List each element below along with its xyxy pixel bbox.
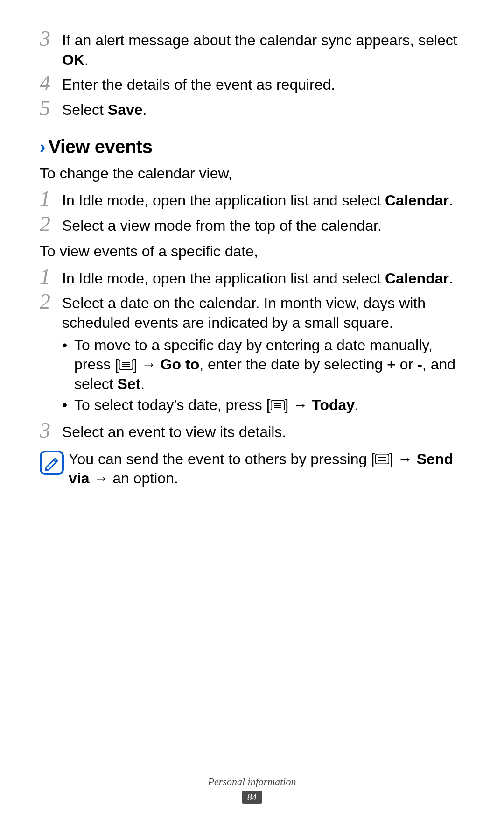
step-body: Select an event to view its details. [62,420,464,442]
footer-section: Personal information [0,776,504,788]
step-number: 1 [40,188,62,210]
intro-paragraph: To change the calendar view, [40,164,464,184]
text: . [143,101,147,118]
step-body: If an alert message about the calendar s… [62,28,464,70]
step-number: 2 [40,291,62,312]
text: You can send the event to others by pres… [69,451,375,467]
menu-icon [119,360,133,370]
step-5: 5 Select Save. [40,98,464,120]
text: . [355,396,359,413]
step-body: In Idle mode, open the application list … [62,188,464,211]
page-number-badge: 84 [242,791,262,804]
bold: Set [117,375,140,392]
text: If an alert message about the calendar s… [62,32,457,49]
note-body: You can send the event to others by pres… [66,450,464,488]
intro-paragraph-2: To view events of a specific date, [40,242,464,262]
note: You can send the event to others by pres… [40,450,464,488]
text: Select [62,101,108,118]
b-step-3: 3 Select an event to view its details. [40,420,464,442]
bullet-body: To move to a specific day by entering a … [74,336,464,394]
bold: Calendar [385,192,449,209]
bold: - [417,356,422,373]
step-number: 5 [40,98,62,119]
text: In Idle mode, open the application list … [62,270,385,287]
b-step-1: 1 In Idle mode, open the application lis… [40,266,464,289]
bullet-dot: • [62,396,74,415]
text: In Idle mode, open the application list … [62,192,385,209]
text: . [84,51,89,68]
step-4: 4 Enter the details of the event as requ… [40,72,464,95]
bullet-dot: • [62,336,74,355]
text: . [449,270,453,287]
bold: + [387,356,396,373]
text: or [396,356,417,373]
step-number: 2 [40,213,62,235]
text: , enter the date by selecting [199,356,387,373]
bullet-goto: • To move to a specific day by entering … [62,336,464,394]
svg-line-9 [54,460,56,462]
bold: OK [62,51,84,68]
text: To select today's date, press [ [74,396,271,413]
bold: Go to [161,356,200,373]
text: ] → [389,451,417,467]
bold: Save [108,101,143,118]
step-3: 3 If an alert message about the calendar… [40,28,464,70]
step-number: 3 [40,420,62,441]
step-body: In Idle mode, open the application list … [62,266,464,289]
manual-page: 3 If an alert message about the calendar… [0,0,504,827]
menu-icon [271,400,285,410]
step-body: Enter the details of the event as requir… [62,72,464,95]
chevron-icon: › [40,138,46,156]
page-footer: Personal information 84 [0,776,504,804]
heading-text: View events [49,136,153,157]
text: ] → [285,396,312,413]
step-body: Select a date on the calendar. In month … [62,291,464,332]
section-heading: › View events [40,136,464,157]
step-number: 3 [40,28,62,49]
a-step-1: 1 In Idle mode, open the application lis… [40,188,464,211]
text: . [140,375,145,392]
bold: Calendar [385,270,449,287]
bullet-today: • To select today's date, press [ ] → To… [62,396,464,415]
step-body: Select Save. [62,98,464,120]
bullet-body: To select today's date, press [ ] → Toda… [74,396,464,415]
text: → an option. [89,470,178,487]
step-number: 1 [40,266,62,288]
text: ] → [133,356,161,373]
menu-icon [375,454,389,464]
bold: Today [312,396,355,413]
b-step-2: 2 Select a date on the calendar. In mont… [40,291,464,332]
step-number: 4 [40,72,62,94]
step-body: Select a view mode from the top of the c… [62,213,464,236]
note-icon [40,450,66,477]
text: . [449,192,453,209]
a-step-2: 2 Select a view mode from the top of the… [40,213,464,236]
